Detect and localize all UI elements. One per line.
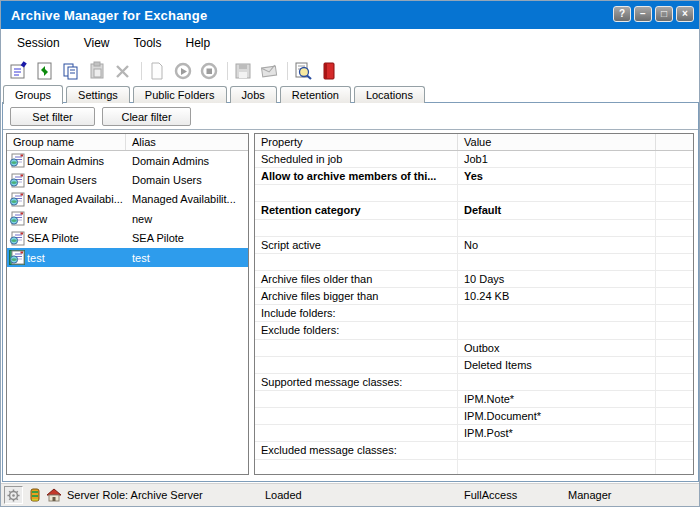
close-button[interactable]: × [676, 6, 694, 22]
menu-view[interactable]: View [82, 33, 112, 53]
property-row-include-folders[interactable]: Include folders: [255, 305, 693, 322]
property-cell: Scheduled in job [255, 151, 458, 167]
minimize-button[interactable]: − [634, 6, 652, 22]
refresh-icon[interactable] [35, 61, 55, 81]
properties-icon[interactable] [9, 61, 29, 81]
menu-tools[interactable]: Tools [132, 33, 164, 53]
property-row-archive-files-bigger-than[interactable]: Archive files bigger than10.24 KB [255, 288, 693, 305]
property-row[interactable]: Deleted Items [255, 357, 693, 374]
property-cell [255, 460, 458, 475]
tab-locations[interactable]: Locations [354, 86, 425, 103]
value-cell: 10.24 KB [458, 288, 656, 304]
property-row[interactable]: IPM.Post* [255, 425, 693, 442]
property-row[interactable] [255, 460, 693, 475]
property-row-excluded-message-classes[interactable]: Excluded message classes: [255, 442, 693, 459]
column-header-alias[interactable]: Alias [126, 134, 248, 150]
help-button[interactable]: ? [613, 6, 631, 22]
group-name: SEA Pilote [27, 232, 79, 244]
property-cell [255, 391, 458, 407]
extra-cell [656, 254, 693, 270]
property-row[interactable] [255, 254, 693, 271]
property-row[interactable]: IPM.Note* [255, 391, 693, 408]
paste-icon[interactable] [87, 61, 107, 81]
extra-cell [656, 288, 693, 304]
extra-cell [656, 408, 693, 424]
property-cell: Exclude folders: [255, 322, 458, 338]
group-row-test[interactable]: testtest [7, 248, 248, 267]
group-row-domain-users[interactable]: Domain UsersDomain Users [7, 170, 248, 189]
menu-session[interactable]: Session [15, 33, 62, 53]
group-name-cell: new [7, 211, 126, 226]
database-icon [27, 487, 43, 503]
extra-cell [656, 322, 693, 338]
extra-cell [656, 202, 693, 218]
tab-jobs[interactable]: Jobs [230, 86, 277, 103]
value-cell [458, 460, 656, 475]
property-row-retention-category[interactable]: Retention categoryDefault [255, 202, 693, 219]
group-icon [9, 173, 25, 188]
stop-icon[interactable] [199, 61, 219, 81]
group-name-cell: Domain Admins [7, 153, 126, 168]
extra-cell [656, 168, 693, 184]
column-header-value[interactable]: Value [458, 134, 656, 150]
group-row-new[interactable]: newnew [7, 209, 248, 228]
extra-cell [656, 460, 693, 475]
maximize-button[interactable]: □ [655, 6, 673, 22]
tab-public-folders[interactable]: Public Folders [133, 86, 227, 103]
tab-retention[interactable]: Retention [280, 86, 351, 103]
value-cell: Yes [458, 168, 656, 184]
save-icon[interactable] [233, 61, 253, 81]
value-cell [458, 220, 656, 236]
toolbar-separator [287, 62, 288, 80]
group-row-managed-availabi-[interactable]: Managed Availabi...Managed Availabilit..… [7, 190, 248, 209]
exit-icon[interactable] [319, 61, 339, 81]
extra-cell [656, 442, 693, 458]
tab-groups[interactable]: Groups [3, 85, 63, 104]
property-row-exclude-folders[interactable]: Exclude folders: [255, 322, 693, 339]
menu-bar: SessionViewToolsHelp [1, 29, 699, 57]
property-row[interactable]: IPM.Document* [255, 408, 693, 425]
tab-strip: GroupsSettingsPublic FoldersJobsRetentio… [3, 85, 428, 103]
menu-help[interactable]: Help [184, 33, 213, 53]
property-cell [255, 254, 458, 270]
value-cell: Outbox [458, 340, 656, 356]
properties-table: Property Value Scheduled in jobJob1Allow… [254, 133, 694, 475]
group-name-cell: test [7, 250, 126, 265]
column-header-property[interactable]: Property [255, 134, 458, 150]
copy-icon[interactable] [61, 61, 81, 81]
group-row-sea-pilote[interactable]: SEA PiloteSEA Pilote [7, 229, 248, 248]
property-row-supported-message-classes[interactable]: Supported message classes: [255, 374, 693, 391]
delete-icon[interactable] [113, 61, 133, 81]
group-row-domain-admins[interactable]: Domain AdminsDomain Admins [7, 151, 248, 170]
property-row[interactable]: Outbox [255, 340, 693, 357]
group-alias-cell: SEA Pilote [126, 232, 248, 244]
property-row-archive-files-older-than[interactable]: Archive files older than10 Days [255, 271, 693, 288]
value-cell: No [458, 237, 656, 253]
new-document-icon[interactable] [147, 61, 167, 81]
property-cell: Allow to archive members of thi... [255, 168, 458, 184]
group-name: Managed Availabi... [27, 193, 123, 205]
property-row-allow-to-archive-members-of-thi[interactable]: Allow to archive members of thi...Yes [255, 168, 693, 185]
property-cell: Script active [255, 237, 458, 253]
property-row[interactable] [255, 220, 693, 237]
property-row-scheduled-in-job[interactable]: Scheduled in jobJob1 [255, 151, 693, 168]
property-row-script-active[interactable]: Script activeNo [255, 237, 693, 254]
extra-cell [656, 374, 693, 390]
tab-settings[interactable]: Settings [66, 86, 130, 103]
toolbar-separator [227, 62, 228, 80]
start-icon[interactable] [173, 61, 193, 81]
value-cell [458, 322, 656, 338]
group-alias-cell: Domain Admins [126, 155, 248, 167]
status-server-role: Server Role: Archive Server [67, 484, 203, 506]
search-icon[interactable] [293, 61, 313, 81]
clear-filter-button[interactable]: Clear filter [102, 107, 191, 126]
property-cell: Include folders: [255, 305, 458, 321]
group-name: new [27, 213, 47, 225]
column-header-group-name[interactable]: Group name [7, 134, 126, 150]
extra-cell [656, 237, 693, 253]
title-bar[interactable]: Archive Manager for Exchange ?−□× [1, 1, 699, 29]
property-row[interactable] [255, 185, 693, 202]
gear-iconbox [4, 486, 23, 504]
set-filter-button[interactable]: Set filter [10, 107, 95, 126]
mail-icon[interactable] [259, 61, 279, 81]
